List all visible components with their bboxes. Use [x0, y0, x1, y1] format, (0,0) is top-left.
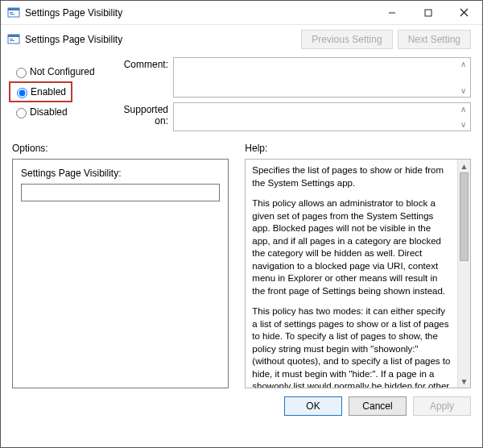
- options-box: Settings Page Visibility:: [12, 159, 229, 388]
- comment-row: Comment: ∧ ∨: [109, 57, 471, 97]
- comment-textarea[interactable]: ∧ ∨: [173, 57, 471, 97]
- chevron-up-icon[interactable]: ∧: [457, 60, 469, 68]
- ok-button[interactable]: OK: [284, 396, 342, 416]
- supported-textarea: ∧ ∨: [173, 102, 471, 131]
- previous-setting-button[interactable]: Previous Setting: [301, 30, 392, 49]
- page-heading: Settings Page Visibility: [25, 34, 296, 45]
- next-setting-button[interactable]: Next Setting: [398, 30, 471, 49]
- help-paragraph: This policy has two modes: it can either…: [252, 305, 451, 388]
- radio-disabled-input[interactable]: [16, 108, 27, 118]
- svg-rect-11: [10, 40, 14, 41]
- svg-rect-1: [8, 8, 19, 10]
- supported-row: Supported on: ∧ ∨: [109, 102, 471, 131]
- help-paragraph: Specifies the list of pages to show or h…: [252, 164, 451, 189]
- minimize-button[interactable]: [374, 1, 410, 24]
- maximize-button[interactable]: [410, 1, 446, 24]
- config-area: Not Configured Enabled Disabled Comment:…: [1, 57, 482, 136]
- app-icon: [7, 6, 20, 19]
- supported-label: Supported on:: [109, 102, 173, 127]
- chevron-down-icon[interactable]: ∨: [457, 86, 469, 95]
- scroll-thumb[interactable]: [460, 172, 469, 261]
- chevron-up-icon[interactable]: ∧: [457, 105, 469, 114]
- radio-disabled[interactable]: Disabled: [12, 106, 109, 118]
- settings-page-visibility-input[interactable]: [21, 184, 220, 201]
- help-paragraph: This policy allows an administrator to b…: [252, 197, 451, 297]
- radio-not-configured-label: Not Configured: [30, 66, 95, 77]
- policy-icon: [7, 33, 20, 46]
- svg-rect-2: [10, 12, 13, 13]
- radio-enabled-input[interactable]: [17, 88, 27, 98]
- scroll-up-icon[interactable]: ▲: [458, 160, 470, 172]
- svg-rect-3: [10, 14, 14, 15]
- cancel-button[interactable]: Cancel: [349, 396, 407, 416]
- scroll-down-icon[interactable]: ▼: [458, 375, 470, 388]
- header-row: Settings Page Visibility Previous Settin…: [1, 25, 482, 57]
- apply-button[interactable]: Apply: [413, 396, 471, 416]
- help-box: Specifies the list of pages to show or h…: [245, 159, 471, 388]
- title-bar: Settings Page Visibility: [1, 1, 482, 25]
- radio-not-configured[interactable]: Not Configured: [12, 65, 109, 78]
- close-button[interactable]: [446, 1, 482, 24]
- state-radio-group: Not Configured Enabled Disabled: [12, 57, 109, 136]
- options-section-label: Options:: [12, 139, 229, 159]
- lower-columns: Options: Settings Page Visibility: Help:…: [1, 136, 482, 388]
- help-scrollbar[interactable]: ▲ ▼: [457, 160, 470, 388]
- window-title: Settings Page Visibility: [25, 7, 374, 19]
- radio-enabled-label: Enabled: [31, 86, 66, 97]
- footer: OK Cancel Apply: [1, 388, 482, 424]
- comment-supported-area: Comment: ∧ ∨ Supported on: ∧ ∨: [109, 57, 471, 136]
- radio-not-configured-input[interactable]: [16, 68, 27, 78]
- radio-disabled-label: Disabled: [30, 106, 68, 118]
- help-column: Help: Specifies the list of pages to sho…: [237, 139, 471, 388]
- svg-rect-5: [425, 10, 431, 16]
- svg-rect-9: [8, 35, 19, 37]
- chevron-down-icon[interactable]: ∨: [457, 120, 469, 129]
- help-section-label: Help:: [245, 139, 471, 159]
- radio-enabled-highlight: Enabled: [9, 81, 72, 102]
- options-field-label: Settings Page Visibility:: [21, 168, 220, 179]
- options-column: Options: Settings Page Visibility:: [12, 139, 237, 388]
- window-controls: [374, 1, 482, 24]
- comment-label: Comment:: [109, 57, 173, 70]
- radio-enabled[interactable]: Enabled: [13, 85, 66, 98]
- svg-rect-10: [10, 39, 13, 39]
- help-content: Specifies the list of pages to show or h…: [246, 160, 457, 388]
